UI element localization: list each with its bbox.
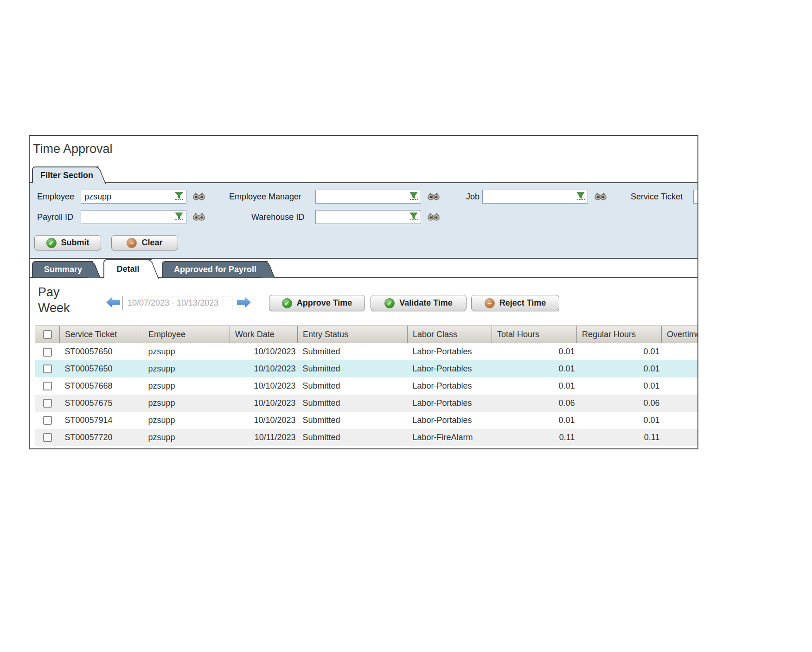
time-approval-window: Time Approval Filter Section Employee Em… — [29, 135, 698, 449]
cell-regular-hours: 0.11 — [577, 429, 662, 446]
cell-labor-class: Labor-Portables — [408, 412, 492, 429]
cell-regular-hours: 0.01 — [577, 343, 662, 360]
cell-regular-hours: 0.01 — [577, 377, 662, 395]
next-week-button[interactable] — [237, 297, 251, 308]
cell-labor-class: Labor-Portables — [408, 360, 492, 377]
clear-button-label: Clear — [141, 238, 162, 248]
column-header-total-hours[interactable]: Total Hours — [492, 326, 577, 343]
row-select-cell — [35, 395, 60, 412]
reject-time-button[interactable]: − Reject Time — [471, 295, 559, 311]
job-filter-dropdown[interactable] — [574, 190, 588, 203]
employee-manager-filter-field — [315, 190, 421, 204]
cell-total-hours: 0.01 — [492, 343, 577, 360]
previous-week-button[interactable] — [106, 297, 120, 308]
payroll-id-input[interactable] — [81, 210, 186, 224]
cell-work-date: 10/10/2023 — [230, 360, 298, 377]
column-header-entry-status[interactable]: Entry Status — [298, 326, 408, 343]
tab-summary[interactable]: Summary — [32, 261, 93, 277]
cell-regular-hours: 0.06 — [577, 395, 662, 412]
row-checkbox[interactable] — [43, 433, 52, 442]
tab-strip: SummaryDetailApproved for Payroll — [30, 259, 697, 278]
time-entries-table: Service TicketEmployeeWork DateEntry Sta… — [35, 326, 698, 446]
cell-labor-class: Labor-Portables — [408, 377, 492, 395]
job-input[interactable] — [482, 190, 588, 204]
cell-employee: pzsupp — [143, 377, 230, 395]
cell-total-hours: 0.06 — [492, 395, 577, 412]
cell-service-ticket: ST00057914 — [60, 412, 143, 429]
table-row[interactable]: ST00057650pzsupp10/10/2023SubmittedLabor… — [35, 360, 699, 377]
cell-service-ticket: ST00057720 — [60, 429, 143, 446]
row-checkbox[interactable] — [43, 382, 52, 390]
cell-work-date: 10/11/2023 — [230, 429, 298, 446]
binoculars-icon — [427, 192, 440, 202]
select-all-header-cell — [35, 326, 60, 343]
cell-entry-status: Submitted — [298, 343, 408, 360]
arrow-right-icon — [237, 297, 251, 308]
cell-entry-status: Submitted — [298, 429, 408, 446]
check-icon: ✓ — [282, 298, 292, 308]
employee-manager-filter-dropdown[interactable] — [407, 190, 421, 203]
service-ticket-label: Service Ticket — [631, 190, 683, 204]
employee-filter-field — [81, 190, 186, 204]
submit-button[interactable]: ✓ Submit — [34, 235, 101, 250]
header-row: Service TicketEmployeeWork DateEntry Sta… — [35, 326, 699, 343]
employee-manager-input[interactable] — [315, 190, 421, 204]
table-row[interactable]: ST00057668pzsupp10/10/2023SubmittedLabor… — [35, 377, 699, 395]
warehouse-id-filter-dropdown[interactable] — [407, 211, 421, 224]
select-all-checkbox[interactable] — [43, 330, 52, 339]
cell-work-date: 10/10/2023 — [230, 395, 298, 412]
tab-detail[interactable]: Detail — [103, 259, 152, 278]
row-checkbox[interactable] — [43, 416, 52, 425]
warehouse-id-input[interactable] — [315, 210, 421, 224]
table-row[interactable]: ST00057675pzsupp10/10/2023SubmittedLabor… — [35, 395, 699, 412]
cell-employee: pzsupp — [143, 412, 230, 429]
column-header-overtime[interactable]: Overtime — [662, 326, 699, 343]
cell-total-hours: 0.01 — [492, 377, 577, 395]
page-title: Time Approval — [33, 142, 113, 156]
warehouse-id-lookup-button[interactable] — [426, 211, 441, 223]
approve-time-button[interactable]: ✓ Approve Time — [269, 295, 365, 311]
cell-service-ticket: ST00057650 — [60, 360, 143, 377]
cell-entry-status: Submitted — [298, 360, 408, 377]
row-checkbox[interactable] — [43, 348, 52, 357]
binoculars-icon — [192, 212, 205, 222]
warehouse-id-filter-field — [315, 210, 421, 224]
payroll-id-filter-dropdown[interactable] — [172, 211, 186, 224]
cell-labor-class: Labor-FireAlarm — [408, 429, 492, 446]
funnel-icon — [409, 192, 419, 201]
cell-overtime — [662, 360, 699, 377]
submit-button-label: Submit — [61, 238, 90, 248]
row-checkbox[interactable] — [43, 399, 52, 408]
column-header-labor-class[interactable]: Labor Class — [408, 326, 492, 343]
binoculars-icon — [594, 192, 607, 202]
funnel-icon — [409, 212, 419, 222]
reject-time-label: Reject Time — [499, 298, 546, 308]
table-row[interactable]: ST00057650pzsupp10/10/2023SubmittedLabor… — [35, 343, 699, 360]
column-header-regular-hours[interactable]: Regular Hours — [577, 326, 662, 343]
funnel-icon — [174, 192, 184, 201]
column-header-work-date[interactable]: Work Date — [230, 326, 298, 343]
cell-regular-hours: 0.01 — [577, 360, 662, 377]
clear-button[interactable]: − Clear — [111, 235, 178, 250]
column-header-employee[interactable]: Employee — [143, 326, 230, 343]
validate-time-button[interactable]: ✓ Validate Time — [371, 295, 467, 311]
validate-time-label: Validate Time — [399, 298, 453, 308]
service-ticket-input[interactable] — [693, 190, 698, 204]
payroll-id-lookup-button[interactable] — [191, 211, 207, 223]
pay-week-date-input[interactable] — [122, 296, 232, 310]
funnel-icon — [174, 212, 184, 222]
row-checkbox[interactable] — [43, 364, 52, 373]
filter-panel: Employee Employee Manager Job — [30, 182, 697, 259]
employee-input[interactable] — [81, 190, 186, 204]
employee-filter-dropdown[interactable] — [172, 190, 186, 203]
job-lookup-button[interactable] — [593, 191, 608, 203]
cell-service-ticket: ST00057668 — [60, 377, 143, 395]
filter-section-tab[interactable]: Filter Section — [32, 166, 99, 183]
table-row[interactable]: ST00057720pzsupp10/11/2023SubmittedLabor… — [35, 429, 699, 446]
column-header-service-ticket[interactable]: Service Ticket — [60, 326, 143, 343]
employee-lookup-button[interactable] — [191, 191, 207, 203]
tab-approved-for-payroll[interactable]: Approved for Payroll — [162, 261, 268, 277]
employee-manager-lookup-button[interactable] — [426, 191, 441, 203]
cell-employee: pzsupp — [143, 395, 230, 412]
table-row[interactable]: ST00057914pzsupp10/10/2023SubmittedLabor… — [35, 412, 699, 429]
